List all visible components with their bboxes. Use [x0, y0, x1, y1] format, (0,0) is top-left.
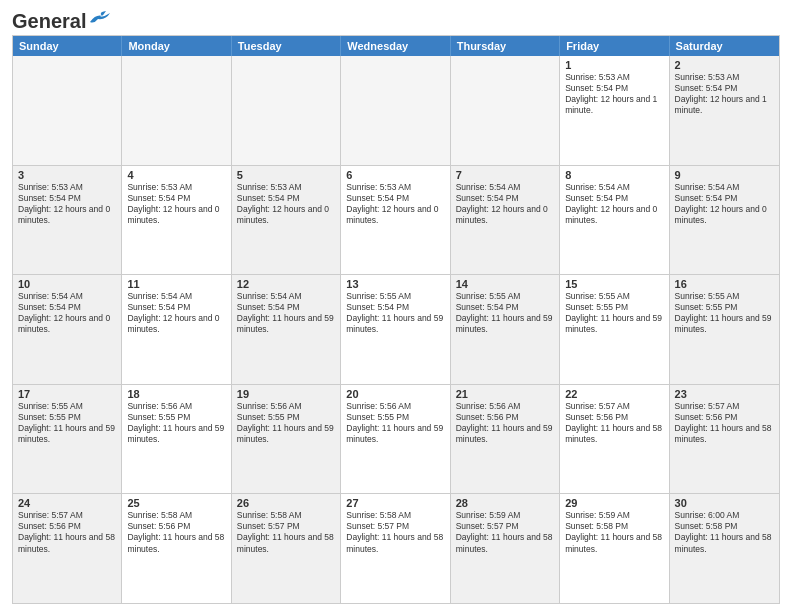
cal-cell-30: 30Sunrise: 6:00 AMSunset: 5:58 PMDayligh…: [670, 494, 779, 603]
cal-cell-empty-1: [122, 56, 231, 165]
day-info: Sunrise: 5:59 AMSunset: 5:58 PMDaylight:…: [565, 510, 663, 554]
header: General: [12, 10, 780, 29]
day-number: 30: [675, 497, 774, 509]
cal-cell-3: 3Sunrise: 5:53 AMSunset: 5:54 PMDaylight…: [13, 166, 122, 275]
cal-cell-26: 26Sunrise: 5:58 AMSunset: 5:57 PMDayligh…: [232, 494, 341, 603]
day-number: 24: [18, 497, 116, 509]
day-info: Sunrise: 5:54 AMSunset: 5:54 PMDaylight:…: [565, 182, 663, 226]
calendar-body: 1Sunrise: 5:53 AMSunset: 5:54 PMDaylight…: [13, 56, 779, 603]
cal-header-saturday: Saturday: [670, 36, 779, 56]
cal-cell-14: 14Sunrise: 5:55 AMSunset: 5:54 PMDayligh…: [451, 275, 560, 384]
day-number: 29: [565, 497, 663, 509]
day-number: 5: [237, 169, 335, 181]
cal-cell-18: 18Sunrise: 5:56 AMSunset: 5:55 PMDayligh…: [122, 385, 231, 494]
day-info: Sunrise: 5:54 AMSunset: 5:54 PMDaylight:…: [237, 291, 335, 335]
cal-cell-12: 12Sunrise: 5:54 AMSunset: 5:54 PMDayligh…: [232, 275, 341, 384]
day-number: 22: [565, 388, 663, 400]
day-number: 18: [127, 388, 225, 400]
cal-cell-24: 24Sunrise: 5:57 AMSunset: 5:56 PMDayligh…: [13, 494, 122, 603]
day-info: Sunrise: 5:53 AMSunset: 5:54 PMDaylight:…: [565, 72, 663, 116]
cal-cell-11: 11Sunrise: 5:54 AMSunset: 5:54 PMDayligh…: [122, 275, 231, 384]
cal-cell-25: 25Sunrise: 5:58 AMSunset: 5:56 PMDayligh…: [122, 494, 231, 603]
calendar: SundayMondayTuesdayWednesdayThursdayFrid…: [12, 35, 780, 604]
day-number: 19: [237, 388, 335, 400]
cal-cell-8: 8Sunrise: 5:54 AMSunset: 5:54 PMDaylight…: [560, 166, 669, 275]
day-info: Sunrise: 5:56 AMSunset: 5:55 PMDaylight:…: [346, 401, 444, 445]
cal-week-5: 24Sunrise: 5:57 AMSunset: 5:56 PMDayligh…: [13, 493, 779, 603]
cal-header-tuesday: Tuesday: [232, 36, 341, 56]
day-number: 3: [18, 169, 116, 181]
cal-cell-empty-0: [13, 56, 122, 165]
day-number: 6: [346, 169, 444, 181]
cal-cell-17: 17Sunrise: 5:55 AMSunset: 5:55 PMDayligh…: [13, 385, 122, 494]
cal-cell-10: 10Sunrise: 5:54 AMSunset: 5:54 PMDayligh…: [13, 275, 122, 384]
day-info: Sunrise: 5:58 AMSunset: 5:56 PMDaylight:…: [127, 510, 225, 554]
day-number: 10: [18, 278, 116, 290]
day-number: 20: [346, 388, 444, 400]
cal-cell-7: 7Sunrise: 5:54 AMSunset: 5:54 PMDaylight…: [451, 166, 560, 275]
cal-cell-28: 28Sunrise: 5:59 AMSunset: 5:57 PMDayligh…: [451, 494, 560, 603]
day-number: 11: [127, 278, 225, 290]
day-info: Sunrise: 6:00 AMSunset: 5:58 PMDaylight:…: [675, 510, 774, 554]
page: General SundayMondayTuesdayWednesdayThur…: [0, 0, 792, 612]
day-number: 28: [456, 497, 554, 509]
cal-cell-empty-2: [232, 56, 341, 165]
day-number: 12: [237, 278, 335, 290]
cal-cell-29: 29Sunrise: 5:59 AMSunset: 5:58 PMDayligh…: [560, 494, 669, 603]
cal-cell-20: 20Sunrise: 5:56 AMSunset: 5:55 PMDayligh…: [341, 385, 450, 494]
cal-cell-19: 19Sunrise: 5:56 AMSunset: 5:55 PMDayligh…: [232, 385, 341, 494]
logo: General: [12, 10, 110, 29]
day-info: Sunrise: 5:57 AMSunset: 5:56 PMDaylight:…: [565, 401, 663, 445]
day-number: 14: [456, 278, 554, 290]
day-number: 26: [237, 497, 335, 509]
day-number: 27: [346, 497, 444, 509]
day-number: 25: [127, 497, 225, 509]
day-info: Sunrise: 5:55 AMSunset: 5:55 PMDaylight:…: [18, 401, 116, 445]
cal-cell-16: 16Sunrise: 5:55 AMSunset: 5:55 PMDayligh…: [670, 275, 779, 384]
day-info: Sunrise: 5:57 AMSunset: 5:56 PMDaylight:…: [18, 510, 116, 554]
cal-week-3: 10Sunrise: 5:54 AMSunset: 5:54 PMDayligh…: [13, 274, 779, 384]
cal-cell-21: 21Sunrise: 5:56 AMSunset: 5:56 PMDayligh…: [451, 385, 560, 494]
cal-header-wednesday: Wednesday: [341, 36, 450, 56]
day-number: 23: [675, 388, 774, 400]
day-info: Sunrise: 5:53 AMSunset: 5:54 PMDaylight:…: [237, 182, 335, 226]
day-number: 15: [565, 278, 663, 290]
cal-header-monday: Monday: [122, 36, 231, 56]
cal-header-sunday: Sunday: [13, 36, 122, 56]
day-number: 16: [675, 278, 774, 290]
day-info: Sunrise: 5:56 AMSunset: 5:56 PMDaylight:…: [456, 401, 554, 445]
cal-header-friday: Friday: [560, 36, 669, 56]
cal-cell-1: 1Sunrise: 5:53 AMSunset: 5:54 PMDaylight…: [560, 56, 669, 165]
cal-week-4: 17Sunrise: 5:55 AMSunset: 5:55 PMDayligh…: [13, 384, 779, 494]
day-info: Sunrise: 5:53 AMSunset: 5:54 PMDaylight:…: [18, 182, 116, 226]
day-info: Sunrise: 5:53 AMSunset: 5:54 PMDaylight:…: [346, 182, 444, 226]
day-number: 2: [675, 59, 774, 71]
day-info: Sunrise: 5:55 AMSunset: 5:55 PMDaylight:…: [675, 291, 774, 335]
day-info: Sunrise: 5:55 AMSunset: 5:54 PMDaylight:…: [346, 291, 444, 335]
cal-cell-2: 2Sunrise: 5:53 AMSunset: 5:54 PMDaylight…: [670, 56, 779, 165]
cal-cell-27: 27Sunrise: 5:58 AMSunset: 5:57 PMDayligh…: [341, 494, 450, 603]
day-info: Sunrise: 5:58 AMSunset: 5:57 PMDaylight:…: [237, 510, 335, 554]
cal-week-1: 1Sunrise: 5:53 AMSunset: 5:54 PMDaylight…: [13, 56, 779, 165]
day-info: Sunrise: 5:58 AMSunset: 5:57 PMDaylight:…: [346, 510, 444, 554]
day-info: Sunrise: 5:54 AMSunset: 5:54 PMDaylight:…: [456, 182, 554, 226]
day-info: Sunrise: 5:54 AMSunset: 5:54 PMDaylight:…: [127, 291, 225, 335]
cal-cell-empty-4: [451, 56, 560, 165]
day-number: 13: [346, 278, 444, 290]
day-info: Sunrise: 5:56 AMSunset: 5:55 PMDaylight:…: [237, 401, 335, 445]
day-number: 4: [127, 169, 225, 181]
cal-cell-6: 6Sunrise: 5:53 AMSunset: 5:54 PMDaylight…: [341, 166, 450, 275]
day-info: Sunrise: 5:55 AMSunset: 5:54 PMDaylight:…: [456, 291, 554, 335]
cal-cell-22: 22Sunrise: 5:57 AMSunset: 5:56 PMDayligh…: [560, 385, 669, 494]
calendar-header: SundayMondayTuesdayWednesdayThursdayFrid…: [13, 36, 779, 56]
day-info: Sunrise: 5:54 AMSunset: 5:54 PMDaylight:…: [18, 291, 116, 335]
day-info: Sunrise: 5:56 AMSunset: 5:55 PMDaylight:…: [127, 401, 225, 445]
day-info: Sunrise: 5:53 AMSunset: 5:54 PMDaylight:…: [127, 182, 225, 226]
day-number: 1: [565, 59, 663, 71]
logo-bird-icon: [88, 10, 110, 26]
cal-header-thursday: Thursday: [451, 36, 560, 56]
cal-cell-9: 9Sunrise: 5:54 AMSunset: 5:54 PMDaylight…: [670, 166, 779, 275]
cal-week-2: 3Sunrise: 5:53 AMSunset: 5:54 PMDaylight…: [13, 165, 779, 275]
day-number: 8: [565, 169, 663, 181]
cal-cell-15: 15Sunrise: 5:55 AMSunset: 5:55 PMDayligh…: [560, 275, 669, 384]
